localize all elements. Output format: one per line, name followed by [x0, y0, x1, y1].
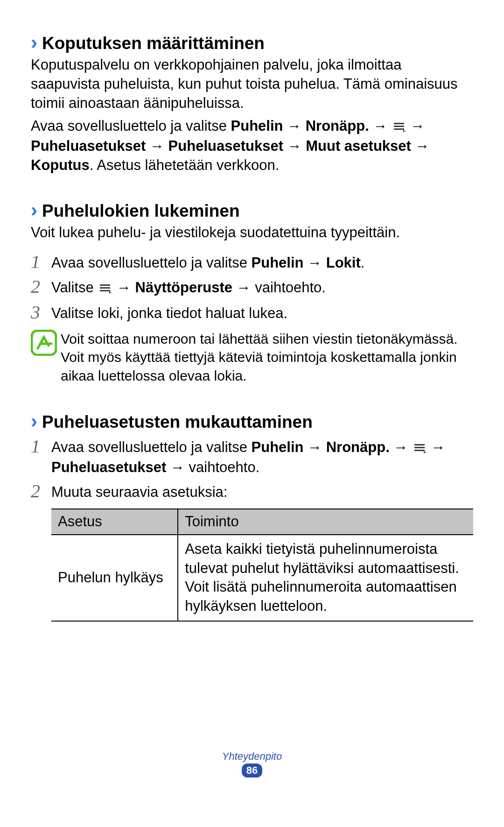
table-cell: Aseta kaikki tietyistä puhelinnumeroista…: [178, 535, 473, 622]
table-header: Asetus: [51, 509, 178, 535]
list-item: 2 Muuta seuraavia asetuksia: Asetus Toim…: [31, 483, 473, 622]
step-number: 2: [31, 277, 51, 296]
chevron-right-icon: ›: [31, 411, 37, 431]
footer-section-label: Yhteydenpito: [0, 750, 504, 763]
step-text: Avaa sovellusluettelo ja valitse Puhelin…: [51, 438, 473, 477]
paragraph: Voit lukea puhelu- ja viestilokeja suoda…: [31, 223, 473, 242]
settings-table: Asetus Toiminto Puhelun hylkäys Aseta ka…: [51, 509, 473, 622]
step-number: 1: [31, 253, 51, 271]
note-icon: [31, 330, 57, 356]
heading-text: Puhelulokien lukeminen: [42, 201, 240, 221]
numbered-list: 1 Avaa sovellusluettelo ja valitse Puhel…: [31, 254, 473, 323]
list-item: 2 Valitse → Näyttöperuste → vaihtoehto.: [31, 278, 473, 298]
menu-icon: [98, 279, 112, 298]
step-text: Valitse loki, jonka tiedot haluat lukea.: [51, 304, 473, 323]
table-header-row: Asetus Toiminto: [51, 509, 473, 535]
step-text: Valitse → Näyttöperuste → vaihtoehto.: [51, 278, 473, 298]
page-footer: Yhteydenpito 86: [0, 750, 504, 778]
table-cell: Puhelun hylkäys: [51, 535, 178, 622]
section-heading-call-settings: › Puheluasetusten mukauttaminen: [31, 411, 473, 432]
list-item: 3 Valitse loki, jonka tiedot haluat luke…: [31, 304, 473, 323]
numbered-list: 1 Avaa sovellusluettelo ja valitse Puhel…: [31, 438, 473, 622]
note-block: Voit soittaa numeroon tai lähettää siihe…: [31, 330, 473, 385]
table-row: Puhelun hylkäys Aseta kaikki tietyistä p…: [51, 535, 473, 622]
step-number: 2: [31, 482, 51, 501]
list-item: 1 Avaa sovellusluettelo ja valitse Puhel…: [31, 254, 473, 273]
section-heading-call-logs: › Puhelulokien lukeminen: [31, 200, 473, 221]
step-number: 1: [31, 437, 51, 456]
step-text: Muuta seuraavia asetuksia: Asetus Toimin…: [51, 483, 473, 622]
section-heading-call-waiting: › Koputuksen määrittäminen: [31, 33, 473, 54]
list-item: 1 Avaa sovellusluettelo ja valitse Puhel…: [31, 438, 473, 477]
chevron-right-icon: ›: [31, 33, 37, 52]
chevron-right-icon: ›: [31, 200, 37, 220]
heading-text: Puheluasetusten mukauttaminen: [42, 412, 313, 432]
step-number: 3: [31, 303, 51, 322]
instruction-path: Avaa sovellusluettelo ja valitse Puhelin…: [31, 117, 473, 175]
menu-icon: [413, 439, 426, 458]
menu-icon: [392, 118, 406, 137]
table-header: Toiminto: [178, 509, 473, 535]
heading-text: Koputuksen määrittäminen: [42, 33, 265, 54]
page-number: 86: [242, 763, 262, 778]
note-text: Voit soittaa numeroon tai lähettää siihe…: [61, 330, 473, 385]
document-page: › Koputuksen määrittäminen Koputuspalvel…: [0, 0, 504, 622]
step-text: Avaa sovellusluettelo ja valitse Puhelin…: [51, 254, 473, 273]
paragraph: Koputuspalvelu on verkkopohjainen palvel…: [31, 56, 473, 113]
